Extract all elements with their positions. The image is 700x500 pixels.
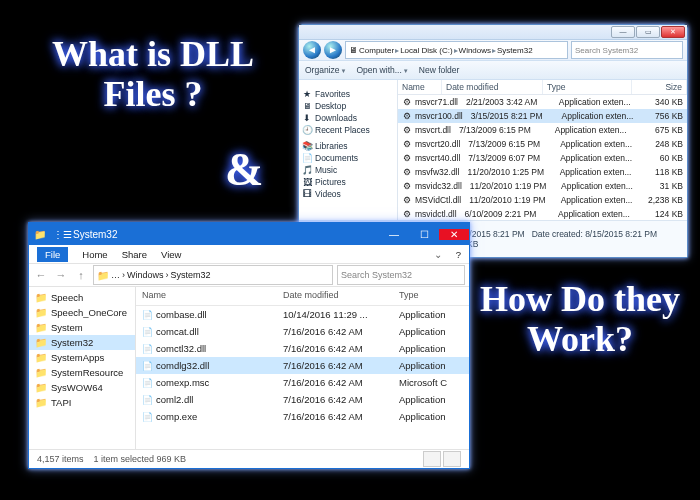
tree-recent[interactable]: 🕘Recent Places (302, 124, 394, 136)
file-name: comctl32.dll (156, 343, 206, 354)
folder-icon: 📁 (35, 292, 47, 303)
dll-icon: ⚙ (402, 139, 412, 149)
minimize-button[interactable]: — (611, 26, 635, 38)
tree-desktop[interactable]: 🖥Desktop (302, 100, 394, 112)
file-name: msvcrt20.dll (415, 139, 460, 149)
overflow-icon[interactable]: ⋮☰ (51, 229, 73, 240)
open-with-button[interactable]: Open with...▼ (356, 65, 408, 75)
table-row[interactable]: ⚙msvcr71.dll2/21/2003 3:42 AMApplication… (398, 95, 687, 109)
back-button[interactable]: ← (33, 269, 49, 281)
header-size[interactable]: Size (632, 80, 687, 94)
folder-icon: 📁 (35, 337, 47, 348)
table-row[interactable]: 📄comp.exe7/16/2016 6:42 AMApplication (136, 408, 469, 425)
tree-videos[interactable]: 🎞Videos (302, 188, 394, 200)
organize-button[interactable]: Organize▼ (305, 65, 346, 75)
crumb[interactable]: Local Disk (C:) (400, 46, 452, 55)
win10-explorer-window: 📁 ⋮☰ System32 — ☐ ✕ File Home Share View… (28, 222, 470, 469)
forward-button[interactable]: → (53, 269, 69, 281)
crumb[interactable]: Windows (459, 46, 491, 55)
table-row[interactable]: ⚙msvfw32.dll11/20/2010 1:25 PMApplicatio… (398, 165, 687, 179)
tree-item[interactable]: 📁System32 (29, 335, 135, 350)
table-row[interactable]: ⚙msvcrt.dll7/13/2009 6:15 PMApplication … (398, 123, 687, 137)
folder-icon: 📁 (35, 397, 47, 408)
dll-icon: ⚙ (402, 195, 412, 205)
crumb[interactable]: Computer (359, 46, 394, 55)
tab-file[interactable]: File (37, 247, 68, 262)
table-row[interactable]: ⚙msvidctl.dll6/10/2009 2:21 PMApplicatio… (398, 207, 687, 220)
dll-icon: ⚙ (402, 97, 412, 107)
file-name: MSVidCtl.dll (415, 195, 461, 205)
folder-icon: 📁 (35, 382, 47, 393)
crumb[interactable]: System32 (497, 46, 533, 55)
table-row[interactable]: ⚙msvcrt40.dll7/13/2009 6:07 PMApplicatio… (398, 151, 687, 165)
tree-libraries[interactable]: 📚Libraries (302, 140, 394, 152)
close-button[interactable]: ✕ (661, 26, 685, 38)
file-icon: 📄 (142, 361, 152, 371)
headline-how-work: How Do they Work? (480, 280, 680, 359)
header-date[interactable]: Date modified (442, 80, 543, 94)
header-name[interactable]: Name (136, 287, 277, 305)
up-button[interactable]: ↑ (73, 269, 89, 281)
view-details-button[interactable] (423, 451, 441, 467)
table-row[interactable]: 📄comctl32.dll7/16/2016 6:42 AMApplicatio… (136, 340, 469, 357)
header-type[interactable]: Type (543, 80, 632, 94)
breadcrumb[interactable]: 📁 … › Windows › System32 (93, 265, 333, 285)
dll-icon: ⚙ (402, 111, 412, 121)
tree-item[interactable]: 📁SysWOW64 (29, 380, 135, 395)
win7-nav-tree: ★Favorites 🖥Desktop ⬇Downloads 🕘Recent P… (299, 80, 398, 220)
file-icon: 📄 (142, 310, 152, 320)
header-name[interactable]: Name (398, 80, 442, 94)
tree-item[interactable]: 📁TAPI (29, 395, 135, 410)
forward-button[interactable]: ► (324, 41, 342, 59)
table-row[interactable]: 📄comdlg32.dll7/16/2016 6:42 AMApplicatio… (136, 357, 469, 374)
win10-nav-tree: 📁Speech📁Speech_OneCore📁System📁System32📁S… (29, 287, 136, 449)
maximize-button[interactable]: ▭ (636, 26, 660, 38)
tree-item[interactable]: 📁Speech_OneCore (29, 305, 135, 320)
folder-icon: 📁 (97, 270, 109, 281)
tree-downloads[interactable]: ⬇Downloads (302, 112, 394, 124)
tree-music[interactable]: 🎵Music (302, 164, 394, 176)
search-input[interactable]: Search System32 (337, 265, 465, 285)
minimize-button[interactable]: — (379, 229, 409, 240)
win7-titlebar: — ▭ ✕ (299, 25, 687, 40)
new-folder-button[interactable]: New folder (419, 65, 460, 75)
ribbon-expand-icon[interactable]: ⌄ (434, 249, 442, 260)
crumb[interactable]: System32 (171, 270, 211, 280)
table-row[interactable]: ⚙MSVidCtl.dll11/20/2010 1:19 PMApplicati… (398, 193, 687, 207)
tree-item[interactable]: 📁SystemApps (29, 350, 135, 365)
maximize-button[interactable]: ☐ (409, 229, 439, 240)
table-row[interactable]: ⚙msvcr100.dll3/15/2015 8:21 PMApplicatio… (398, 109, 687, 123)
tree-pictures[interactable]: 🖼Pictures (302, 176, 394, 188)
tab-share[interactable]: Share (122, 249, 147, 260)
tree-item[interactable]: 📁SystemResource (29, 365, 135, 380)
back-button[interactable]: ◄ (303, 41, 321, 59)
table-row[interactable]: 📄comcat.dll7/16/2016 6:42 AMApplication (136, 323, 469, 340)
help-icon[interactable]: ? (456, 249, 461, 260)
videos-icon: 🎞 (302, 189, 312, 199)
view-icons-button[interactable] (443, 451, 461, 467)
header-type[interactable]: Type (393, 287, 469, 305)
win7-file-list: Name Date modified Type Size ⚙msvcr71.dl… (398, 80, 687, 220)
tree-favorites[interactable]: ★Favorites (302, 88, 394, 100)
file-icon: 📄 (142, 395, 152, 405)
search-input[interactable]: Search System32 (571, 41, 683, 59)
table-row[interactable]: 📄combase.dll10/14/2016 11:29 ...Applicat… (136, 306, 469, 323)
header-date[interactable]: Date modified (277, 287, 393, 305)
dll-icon: ⚙ (402, 153, 412, 163)
breadcrumb[interactable]: 🖥 Computer▸ Local Disk (C:)▸ Windows▸ Sy… (345, 41, 568, 59)
tree-item[interactable]: 📁Speech (29, 290, 135, 305)
win10-ribbon-tabs: File Home Share View ⌄ ? (29, 245, 469, 264)
table-row[interactable]: 📄comexp.msc7/16/2016 6:42 AMMicrosoft C (136, 374, 469, 391)
tab-home[interactable]: Home (82, 249, 107, 260)
crumb[interactable]: Windows (127, 270, 164, 280)
pictures-icon: 🖼 (302, 177, 312, 187)
close-button[interactable]: ✕ (439, 229, 469, 240)
folder-icon: 📁 (35, 367, 47, 378)
table-row[interactable]: 📄coml2.dll7/16/2016 6:42 AMApplication (136, 391, 469, 408)
tab-view[interactable]: View (161, 249, 181, 260)
table-row[interactable]: ⚙msvcrt20.dll7/13/2009 6:15 PMApplicatio… (398, 137, 687, 151)
table-row[interactable]: ⚙msvidc32.dll11/20/2010 1:19 PMApplicati… (398, 179, 687, 193)
headline-ampersand: & (225, 145, 263, 196)
tree-item[interactable]: 📁System (29, 320, 135, 335)
tree-documents[interactable]: 📄Documents (302, 152, 394, 164)
